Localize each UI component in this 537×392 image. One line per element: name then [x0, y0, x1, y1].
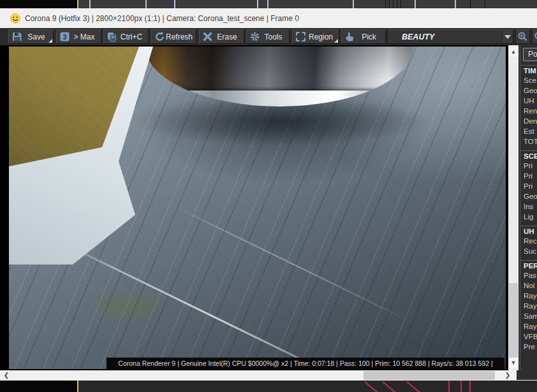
zoom-out-button[interactable] — [532, 29, 537, 44]
viewport-bottom-strip — [0, 381, 537, 392]
dropdown-corner-icon — [334, 39, 338, 43]
render-area: Corona Renderer 9 | Genuine Intel(R) CPU… — [0, 45, 508, 370]
viewport-grid-line — [77, 381, 78, 392]
stats-row: Sam — [520, 311, 537, 321]
viewport-dark-region — [0, 381, 77, 392]
viewport-top-strip — [0, 0, 537, 8]
pick-label: Pick — [355, 33, 385, 41]
stats-row: TOT — [520, 136, 537, 147]
copy-icon — [107, 31, 117, 42]
render-element-select[interactable]: BEAUTY — [387, 29, 513, 44]
pick-button[interactable]: Pick — [341, 29, 386, 44]
viewport-grid-line — [267, 0, 268, 8]
refresh-label: Refresh — [165, 33, 196, 41]
erase-button[interactable]: Erase — [199, 29, 244, 44]
copy-clipboard-button[interactable]: Ctrl+C — [103, 29, 149, 44]
viewport-grid-line — [415, 0, 416, 8]
refresh-button[interactable]: Refresh — [151, 29, 196, 44]
viewport-grid-line — [401, 0, 401, 8]
stats-row: Ray — [520, 291, 537, 301]
stats-row: UH — [520, 96, 537, 106]
stats-row: Pri — [520, 171, 537, 181]
stats-row: Pri — [520, 161, 537, 171]
tools-label: Tools — [260, 33, 289, 41]
region-marquee-icon — [296, 32, 305, 41]
viewport-spline-edge — [469, 381, 471, 392]
viewport-grid-line — [174, 0, 175, 8]
refresh-icon — [154, 31, 165, 42]
stats-row: Geo — [520, 191, 537, 201]
horizontal-scrollbar[interactable]: ❮ ❯ — [0, 370, 517, 381]
pick-hand-icon — [344, 31, 355, 42]
stats-panel: Pos TIMSceGeoUHRenDenEstTOTSCEPriPriPriG… — [520, 45, 537, 370]
viewport-spline-edge — [406, 381, 427, 392]
scroll-up-button[interactable]: ▲ — [508, 47, 519, 57]
stats-row: Geo — [520, 85, 537, 96]
stats-section-header: PER — [520, 260, 537, 270]
magnifier-icon — [534, 31, 537, 42]
viewport-spline-edge — [382, 381, 402, 392]
viewport-grid-line — [89, 0, 91, 8]
stats-row: VFB — [520, 331, 537, 342]
stats-row: Sce — [520, 75, 537, 85]
stats-row: Pre — [520, 342, 537, 352]
viewport-grid-line — [470, 0, 471, 8]
stats-section-header: SCE — [520, 150, 537, 161]
window-title: Corona 9 (Hotfix 3) | 2800×2100px (1:1) … — [25, 14, 299, 23]
post-button[interactable]: Pos — [523, 48, 537, 61]
viewport-grid-line — [77, 0, 78, 8]
copy-to-max-button[interactable]: 3 > Max — [56, 29, 101, 44]
render-element-dropdown-button[interactable] — [501, 30, 513, 43]
stats-rows: TIMSceGeoUHRenDenEstTOTSCEPriPriPriGeoIn… — [520, 65, 537, 352]
viewport-grid-line — [385, 0, 386, 8]
rendered-image[interactable]: Corona Renderer 9 | Genuine Intel(R) CPU… — [9, 47, 506, 369]
vfb-content: Corona Renderer 9 | Genuine Intel(R) CPU… — [0, 45, 537, 370]
viewport-spline-edge — [460, 381, 462, 392]
stats-row: Ray — [520, 301, 537, 311]
viewport-spline-edge — [364, 381, 385, 392]
stats-row: Ren — [520, 106, 537, 116]
stats-row: Noi — [520, 280, 537, 291]
render-stamp-text: Corona Renderer 9 | Genuine Intel(R) CPU… — [118, 359, 492, 367]
viewport-grid-line — [485, 0, 485, 8]
render-element-value: BEAUTY — [388, 33, 501, 41]
stats-row: Pas — [520, 270, 537, 280]
stats-row: Rec — [520, 236, 537, 246]
save-button[interactable]: Save — [8, 29, 54, 44]
stats-row: Lig — [520, 212, 537, 222]
svg-text:3: 3 — [63, 33, 66, 41]
erase-label: Erase — [213, 33, 244, 41]
stats-row: Est — [520, 126, 537, 136]
scroll-down-button[interactable]: ▼ — [508, 358, 519, 368]
viewport-grid-line — [397, 0, 397, 8]
dropdown-corner-icon — [48, 39, 52, 43]
erase-x-icon — [202, 31, 213, 42]
vfb-toolbar: Save 3 > Max Ctrl+C — [0, 28, 537, 45]
scroll-right-button[interactable]: ❯ — [503, 370, 513, 381]
stats-row: Suc — [520, 246, 537, 256]
magnifier-plus-icon — [517, 31, 528, 42]
scroll-left-button[interactable]: ❮ — [1, 370, 11, 381]
screen: Corona 9 (Hotfix 3) | 2800×2100px (1:1) … — [0, 0, 537, 392]
viewport-grid-line — [257, 0, 258, 8]
stats-row: Ray — [520, 321, 537, 331]
zoom-in-button[interactable] — [515, 29, 530, 44]
viewport-grid-line — [353, 0, 354, 8]
stats-section-header: TIM — [520, 65, 537, 75]
viewport-dark-region — [0, 0, 77, 8]
stats-section-header: UH — [520, 226, 537, 236]
vertical-scrollbar[interactable]: ▲ ▼ — [508, 45, 519, 370]
tools-button[interactable]: Tools — [246, 29, 290, 44]
copy-to-max-label: > Max — [70, 33, 101, 41]
render-stamp-bar: Corona Renderer 9 | Genuine Intel(R) CPU… — [107, 358, 504, 369]
viewport-grid-line — [455, 0, 456, 8]
copy-clipboard-label: Ctrl+C — [117, 33, 148, 41]
vertical-scroll-thumb[interactable] — [509, 283, 518, 358]
region-button[interactable]: Region — [292, 29, 339, 44]
max-3-icon: 3 — [59, 31, 70, 42]
window-titlebar[interactable]: Corona 9 (Hotfix 3) | 2800×2100px (1:1) … — [0, 8, 537, 28]
stats-row: Pri — [520, 181, 537, 191]
gear-icon — [249, 31, 260, 42]
horizontal-scroll-thumb[interactable] — [364, 371, 495, 380]
stats-row: Den — [520, 116, 537, 126]
